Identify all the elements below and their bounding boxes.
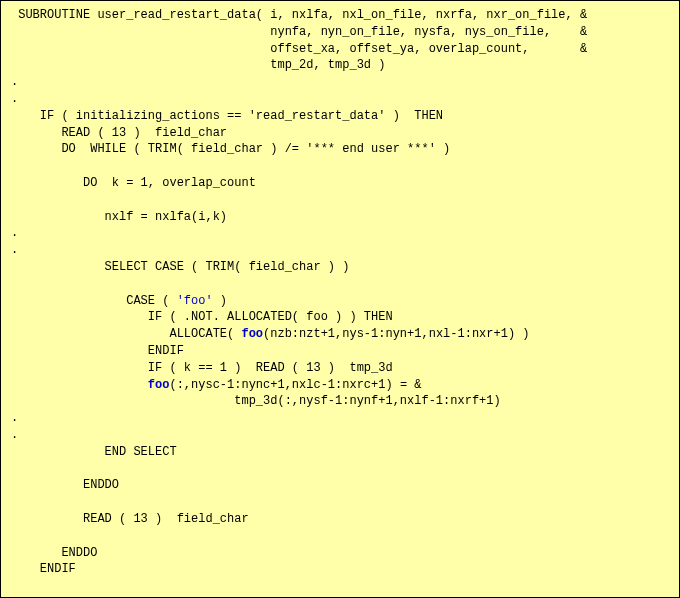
line: ALLOCATE( foo(nzb:nzt+1,nys-1:nyn+1,nxl-… [11,327,530,341]
code-text: CASE ( [11,294,177,308]
line: tmp_3d(:,nysf-1:nynf+1,nxlf-1:nxrf+1) [11,394,501,408]
string-literal-foo: 'foo' [177,294,213,308]
line: . [11,428,18,442]
line: . [11,243,18,257]
line: DO k = 1, overlap_count [11,176,256,190]
line: . [11,411,18,425]
line: IF ( initializing_actions == 'read_resta… [11,109,443,123]
line: offset_xa, offset_ya, overlap_count, & [11,42,587,56]
line: DO WHILE ( TRIM( field_char ) /= '*** en… [11,142,450,156]
line: READ ( 13 ) field_char [11,126,227,140]
code-text: (nzb:nzt+1,nys-1:nyn+1,nxl-1:nxr+1) ) [263,327,529,341]
line: ENDIF [11,562,76,576]
code-box: SUBROUTINE user_read_restart_data( i, nx… [0,0,680,598]
line: ENDDO [11,546,97,560]
line: . [11,75,18,89]
line: nxlf = nxlfa(i,k) [11,210,227,224]
line: SELECT CASE ( TRIM( field_char ) ) [11,260,349,274]
code-text: ) [213,294,227,308]
identifier-foo: foo [241,327,263,341]
line: tmp_2d, tmp_3d ) [11,58,385,72]
line: SUBROUTINE user_read_restart_data( i, nx… [11,8,587,22]
line: ENDIF [11,344,184,358]
code-text [11,378,148,392]
identifier-foo: foo [148,378,170,392]
fortran-source: SUBROUTINE user_read_restart_data( i, nx… [11,7,669,598]
line: nynfa, nyn_on_file, nysfa, nys_on_file, … [11,25,587,39]
line: . [11,92,18,106]
code-text: ALLOCATE( [11,327,241,341]
line: CASE ( 'foo' ) [11,294,227,308]
line: IF ( .NOT. ALLOCATED( foo ) ) THEN [11,310,393,324]
line: READ ( 13 ) field_char [11,512,249,526]
line: IF ( k == 1 ) READ ( 13 ) tmp_3d [11,361,393,375]
line: . [11,226,18,240]
line: END SELECT [11,445,177,459]
line: ENDDO [11,478,119,492]
line: foo(:,nysc-1:nync+1,nxlc-1:nxrc+1) = & [11,378,421,392]
code-text: (:,nysc-1:nync+1,nxlc-1:nxrc+1) = & [169,378,421,392]
